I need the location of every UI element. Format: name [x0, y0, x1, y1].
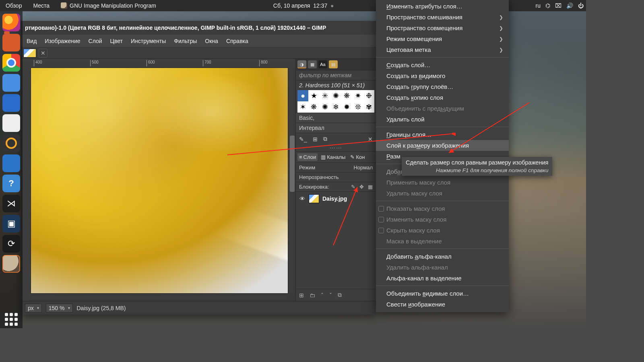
- layer-name[interactable]: Daisy.jpg: [322, 195, 347, 202]
- brush-item[interactable]: ✷: [352, 90, 363, 101]
- context-menu-item[interactable]: Альфа-канал в выделение: [376, 273, 509, 284]
- ruler-horizontal[interactable]: 400 500 600 700 800: [30, 59, 295, 68]
- tab-paths[interactable]: ✎Кон: [349, 153, 366, 161]
- dock-firefox[interactable]: [2, 14, 20, 31]
- window-titlebar[interactable]: ртировано)-1.0 (Цвета RGB 8 бит, нелиней…: [21, 21, 376, 35]
- dock-remote[interactable]: ⟳: [2, 235, 20, 253]
- lock-position-icon[interactable]: ✥: [359, 184, 364, 190]
- canvas[interactable]: [31, 68, 288, 294]
- panel-lang[interactable]: ru: [533, 2, 543, 9]
- canvas-area[interactable]: [30, 68, 295, 301]
- tab-patterns[interactable]: ▦: [308, 60, 317, 68]
- dock-chrome[interactable]: [2, 54, 20, 72]
- context-menu-item[interactable]: Режим совмещения❯: [376, 33, 509, 44]
- layer-item[interactable]: 👁 Daisy.jpg: [298, 193, 374, 204]
- brush-item[interactable]: ❋: [308, 101, 319, 113]
- context-menu-item[interactable]: Создать из видимого: [376, 70, 509, 81]
- context-menu-item[interactable]: Создать копию слоя: [376, 92, 509, 103]
- brush-item[interactable]: ❉: [363, 90, 374, 101]
- tab-brushes[interactable]: ◑: [297, 60, 306, 68]
- dock-vscode[interactable]: ⋊: [2, 195, 20, 212]
- context-menu-item[interactable]: Удалить слой: [376, 114, 509, 125]
- brush-item[interactable]: ✺: [320, 101, 330, 113]
- menu-tools[interactable]: Инструменты: [128, 36, 169, 46]
- network-icon[interactable]: ⌬: [543, 2, 553, 9]
- context-menu-item[interactable]: Пространство смешивания❯: [376, 12, 509, 23]
- brush-item[interactable]: ❄: [330, 101, 341, 113]
- dock-chromium[interactable]: [2, 74, 20, 92]
- brush-item[interactable]: ★: [308, 90, 319, 101]
- panel-activities[interactable]: Обзор: [0, 0, 27, 11]
- scrollbar-horizontal[interactable]: [30, 294, 289, 301]
- panel-places[interactable]: Места: [27, 0, 55, 11]
- context-menu-item[interactable]: Цветовая метка❯: [376, 44, 509, 55]
- brush-item[interactable]: ✳: [320, 90, 330, 101]
- dock-drag-handle[interactable]: ⋯⋯: [296, 145, 376, 151]
- menu-image[interactable]: Изображение: [41, 36, 83, 46]
- brush-item[interactable]: ✾: [363, 101, 374, 113]
- brush-item[interactable]: ✹: [341, 101, 352, 113]
- context-menu-item[interactable]: Изменить атрибуты слоя…: [376, 1, 509, 12]
- lock-pixels-icon[interactable]: ✎: [351, 184, 355, 190]
- dock-nautilus[interactable]: [2, 114, 20, 132]
- brush-item[interactable]: ❊: [352, 101, 363, 113]
- layer-group-icon[interactable]: 🗀: [310, 292, 315, 298]
- menu-help[interactable]: Справка: [223, 36, 252, 46]
- menu-color[interactable]: Цвет: [107, 36, 126, 46]
- tab-layers[interactable]: ≡Слои: [297, 153, 318, 161]
- brush-edit-icon[interactable]: ✎_: [299, 136, 307, 142]
- dock-apps-button[interactable]: [2, 311, 20, 328]
- status-zoom-select[interactable]: 150 %▾: [46, 304, 73, 313]
- volume-icon[interactable]: 🔊: [564, 2, 576, 9]
- context-menu-item[interactable]: Свести изображение: [376, 299, 509, 310]
- dock-rhythmbox[interactable]: [2, 134, 20, 152]
- brush-grid[interactable]: ● ★ ✳ ✺ ❋ ✷ ❉ ✶ ❋ ✺ ❄ ✹ ❊ ✾: [297, 90, 374, 113]
- brush-duplicate-icon[interactable]: ⧉: [323, 136, 327, 142]
- brush-item[interactable]: ✺: [330, 90, 341, 101]
- brush-interval-field[interactable]: [299, 125, 373, 131]
- layer-opacity-row[interactable]: Непрозрачность: [296, 172, 376, 182]
- brush-item[interactable]: ❋: [341, 90, 352, 101]
- lock-alpha-icon[interactable]: ▦: [368, 184, 373, 190]
- dock-thunderbird[interactable]: [2, 94, 20, 112]
- layer-down-icon[interactable]: ˅: [329, 292, 332, 298]
- tab-channels[interactable]: ▥Каналы: [319, 153, 347, 161]
- panel-clock[interactable]: Сб, 10 апреля 12:37 ●: [268, 0, 340, 11]
- image-tab-thumb[interactable]: [23, 49, 36, 58]
- dock-virtualbox[interactable]: ▣: [2, 215, 20, 232]
- status-unit-select[interactable]: px▾: [25, 304, 42, 313]
- context-menu-item[interactable]: Создать слой…: [376, 60, 509, 70]
- layer-up-icon[interactable]: ˄: [321, 292, 324, 298]
- image-tab-close[interactable]: ✕: [39, 49, 47, 58]
- context-menu-item[interactable]: Границы слоя…: [376, 129, 509, 140]
- menu-layer[interactable]: Слой: [85, 36, 105, 46]
- context-menu-item[interactable]: Создать группу слоёв…: [376, 81, 509, 92]
- dock-libreoffice-writer[interactable]: [2, 154, 20, 172]
- bluetooth-icon[interactable]: ⌧: [553, 2, 564, 9]
- tab-history[interactable]: ▤: [329, 60, 338, 68]
- context-menu-item[interactable]: Пространство совмещения❯: [376, 23, 509, 33]
- menu-view[interactable]: Вид: [23, 36, 40, 46]
- layer-new-icon[interactable]: ⊞: [299, 292, 304, 298]
- layer-visibility-icon[interactable]: 👁: [299, 195, 305, 202]
- scrollbar-thumb[interactable]: [290, 136, 295, 192]
- context-menu-item[interactable]: Добавить альфа-канал: [376, 251, 509, 262]
- brush-new-icon[interactable]: ⊞: [313, 136, 318, 142]
- dock-files-folder[interactable]: [2, 34, 20, 51]
- dock-help[interactable]: ?: [2, 175, 20, 192]
- context-menu-item[interactable]: Слой к размеру изображения: [376, 140, 509, 151]
- brush-item[interactable]: ●: [297, 90, 308, 101]
- brush-delete-icon[interactable]: ✕: [368, 136, 373, 142]
- context-menu-item[interactable]: Объединить видимые слои…: [376, 288, 509, 299]
- brush-interval-input[interactable]: [296, 123, 376, 133]
- brush-filter-input[interactable]: фильтр по меткам: [296, 70, 376, 80]
- brush-item[interactable]: ✶: [297, 101, 308, 113]
- tab-fonts[interactable]: Aa: [318, 60, 327, 68]
- layer-mode-row[interactable]: Режим Нормал: [296, 162, 376, 172]
- menu-filters[interactable]: Фильтры: [171, 36, 200, 46]
- layer-duplicate-icon[interactable]: ⧉: [338, 292, 342, 298]
- layer-thumbnail[interactable]: [309, 194, 319, 203]
- layer-list[interactable]: 👁 Daisy.jpg: [296, 191, 376, 289]
- scrollbar-vertical[interactable]: [289, 68, 295, 294]
- power-icon[interactable]: ⏻: [576, 2, 586, 9]
